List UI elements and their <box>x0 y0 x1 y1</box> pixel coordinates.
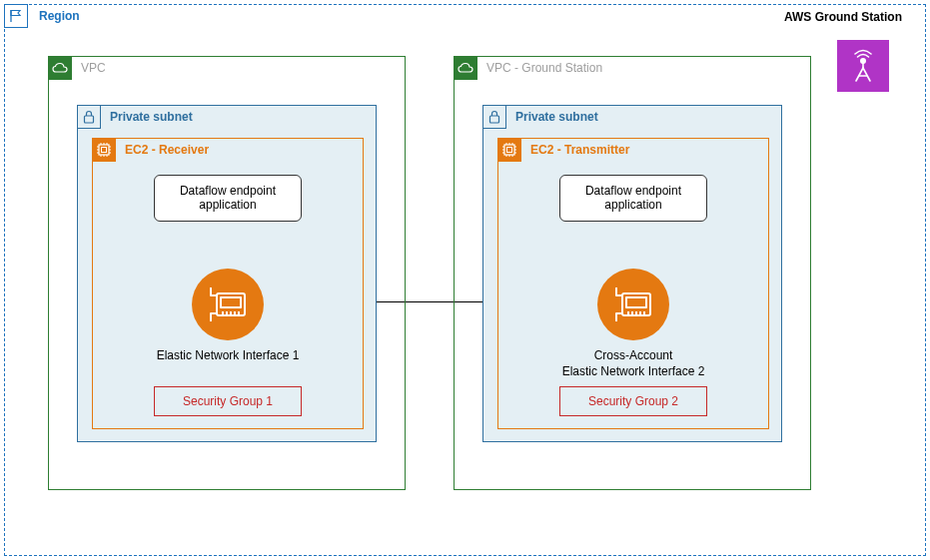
subnet-label: Private subnet <box>110 110 193 124</box>
antenna-icon <box>845 48 881 84</box>
ground-station-icon <box>837 40 889 92</box>
region-label: Region <box>39 9 80 23</box>
eni-label-text: Elastic Network Interface 1 <box>157 348 300 362</box>
vpc-icon <box>454 56 477 80</box>
dataflow-endpoint-box: Dataflow endpoint application <box>559 175 707 222</box>
eni-icon <box>597 269 669 340</box>
svg-rect-39 <box>626 297 646 307</box>
eni-icon <box>192 269 264 340</box>
subnet-icon <box>77 105 101 129</box>
lock-icon <box>488 110 500 124</box>
flag-icon <box>9 9 23 23</box>
eni-label: Elastic Network Interface 1 <box>93 348 363 364</box>
chip-icon <box>501 142 517 158</box>
vpc-receiver: VPC Private subnet <box>48 56 406 490</box>
ec2-icon <box>92 138 116 162</box>
svg-rect-3 <box>102 148 107 153</box>
svg-rect-25 <box>507 148 512 153</box>
subnet-icon <box>482 105 506 129</box>
ec2-receiver: EC2 - Receiver Dataflow endpoint applica… <box>92 138 364 429</box>
chip-icon <box>96 142 112 158</box>
svg-rect-24 <box>504 145 514 155</box>
svg-rect-23 <box>490 116 499 123</box>
ground-station-label: AWS Ground Station <box>763 10 923 24</box>
svg-rect-2 <box>99 145 109 155</box>
subnet-label: Private subnet <box>515 110 598 124</box>
cloud-icon <box>52 62 68 74</box>
eni-label-line1: Cross-Account <box>594 348 673 362</box>
vpc-label: VPC - Ground Station <box>486 61 602 75</box>
vpc-icon <box>48 56 72 80</box>
private-subnet-transmitter: Private subnet EC2 - Transmitter Dataflo… <box>482 105 782 442</box>
private-subnet-receiver: Private subnet EC2 - Receiver Dataflow e… <box>77 105 377 442</box>
ec2-label: EC2 - Receiver <box>125 143 209 157</box>
eni-label-line2: Elastic Network Interface 2 <box>562 364 705 378</box>
security-group-box: Security Group 2 <box>559 386 707 416</box>
ec2-label: EC2 - Transmitter <box>530 143 629 157</box>
dataflow-endpoint-box: Dataflow endpoint application <box>154 175 302 222</box>
ec2-transmitter: EC2 - Transmitter Dataflow endpoint appl… <box>497 138 769 429</box>
nic-icon <box>610 285 656 323</box>
svg-rect-1 <box>85 116 94 123</box>
nic-icon <box>205 285 251 323</box>
vpc-label: VPC <box>81 61 106 75</box>
eni-label: Cross-Account Elastic Network Interface … <box>498 348 768 379</box>
lock-icon <box>83 110 95 124</box>
security-group-box: Security Group 1 <box>154 386 302 416</box>
vpc-ground-station: VPC - Ground Station Private subnet <box>454 56 811 490</box>
cloud-icon <box>458 62 473 74</box>
region-icon <box>4 4 28 28</box>
ec2-icon <box>497 138 521 162</box>
svg-rect-17 <box>221 297 241 307</box>
